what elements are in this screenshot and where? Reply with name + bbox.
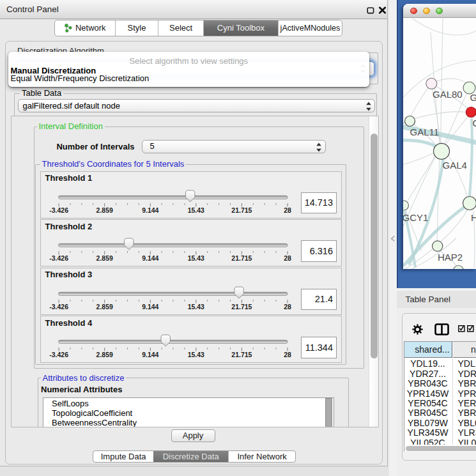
svg-text:15.43: 15.43 [187,254,204,262]
svg-text:GAL80: GAL80 [433,88,463,99]
svg-text:GAL4: GAL4 [443,160,467,171]
svg-text:-3.426: -3.426 [49,351,68,358]
svg-text:GCY1: GCY1 [403,211,428,222]
svg-text:GAL80: GAL80 [470,91,476,102]
svg-text:9.144: 9.144 [142,351,158,358]
svg-text:21.715: 21.715 [231,254,252,262]
svg-text:2.859: 2.859 [96,254,112,262]
svg-text:15.43: 15.43 [187,351,204,358]
svg-text:21.715: 21.715 [231,206,252,213]
svg-text:9.144: 9.144 [142,254,158,262]
svg-text:2.859: 2.859 [96,351,112,358]
svg-text:2.859: 2.859 [96,302,112,310]
svg-text:28: 28 [284,206,291,213]
svg-text:2.859: 2.859 [96,206,112,213]
svg-text:HAP2: HAP2 [438,251,463,262]
svg-text:28: 28 [284,351,291,358]
svg-text:28: 28 [284,254,291,262]
svg-text:-3.426: -3.426 [49,302,68,310]
svg-text:28: 28 [284,302,291,310]
svg-text:-3.426: -3.426 [49,206,68,213]
svg-text:9.144: 9.144 [142,206,158,213]
svg-text:9.144: 9.144 [142,302,158,310]
svg-text:CY: CY [473,118,476,128]
svg-text:15.43: 15.43 [187,206,204,213]
svg-text:H: H [471,211,476,222]
svg-text:15.43: 15.43 [187,302,204,310]
svg-text:GAL11: GAL11 [410,127,440,137]
svg-text:21.715: 21.715 [231,351,252,358]
svg-text:21.715: 21.715 [231,302,252,310]
svg-text:-3.426: -3.426 [49,254,68,262]
